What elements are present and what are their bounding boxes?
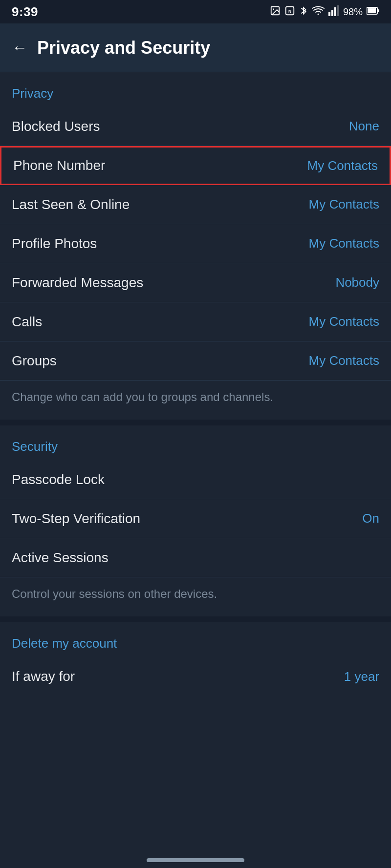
- sessions-description: Control your sessions on other devices.: [0, 577, 391, 616]
- svg-rect-6: [334, 7, 336, 16]
- privacy-section-label: Privacy: [0, 72, 391, 107]
- two-step-verification-label: Two-Step Verification: [12, 511, 140, 527]
- passcode-lock-label: Passcode Lock: [12, 472, 105, 487]
- calls-value: My Contacts: [309, 314, 380, 329]
- status-bar: 9:39 N: [0, 0, 391, 23]
- security-section: Security Passcode Lock Two-Step Verifica…: [0, 425, 391, 616]
- signal-icon: [328, 5, 339, 19]
- if-away-for-item[interactable]: If away for 1 year: [0, 657, 391, 696]
- active-sessions-item[interactable]: Active Sessions: [0, 538, 391, 577]
- last-seen-item[interactable]: Last Seen & Online My Contacts: [0, 185, 391, 224]
- svg-rect-4: [328, 12, 330, 16]
- svg-point-1: [273, 8, 274, 10]
- home-indicator: [147, 858, 244, 862]
- forwarded-messages-item[interactable]: Forwarded Messages Nobody: [0, 263, 391, 302]
- battery-percentage: 98%: [343, 6, 363, 18]
- nfc-icon: N: [284, 5, 295, 19]
- status-icons: N 98%: [270, 5, 379, 19]
- calls-label: Calls: [12, 314, 42, 330]
- privacy-section: Privacy Blocked Users None Phone Number …: [0, 72, 391, 420]
- forwarded-messages-label: Forwarded Messages: [12, 275, 143, 291]
- two-step-verification-item[interactable]: Two-Step Verification On: [0, 499, 391, 538]
- image-status-icon: [270, 5, 281, 19]
- section-gap-1: [0, 420, 391, 425]
- forwarded-messages-value: Nobody: [335, 275, 379, 290]
- phone-number-label: Phone Number: [13, 158, 105, 173]
- header: ← Privacy and Security: [0, 23, 391, 72]
- svg-rect-5: [331, 10, 333, 16]
- active-sessions-label: Active Sessions: [12, 550, 109, 566]
- profile-photos-value: My Contacts: [309, 236, 380, 251]
- groups-description: Change who can add you to groups and cha…: [0, 381, 391, 420]
- blocked-users-value: None: [349, 119, 379, 134]
- wifi-icon: [312, 5, 325, 19]
- svg-rect-10: [368, 8, 376, 13]
- svg-rect-7: [337, 5, 339, 16]
- status-time: 9:39: [12, 4, 38, 20]
- last-seen-label: Last Seen & Online: [12, 197, 130, 212]
- two-step-verification-value: On: [362, 511, 379, 526]
- groups-item[interactable]: Groups My Contacts: [0, 341, 391, 381]
- passcode-lock-item[interactable]: Passcode Lock: [0, 460, 391, 499]
- phone-number-item[interactable]: Phone Number My Contacts: [0, 146, 391, 185]
- groups-value: My Contacts: [309, 353, 380, 368]
- delete-account-label[interactable]: Delete my account: [0, 622, 391, 657]
- svg-rect-9: [377, 9, 379, 12]
- if-away-for-value: 1 year: [344, 669, 379, 684]
- calls-item[interactable]: Calls My Contacts: [0, 302, 391, 341]
- section-gap-2: [0, 616, 391, 622]
- delete-account-section: Delete my account If away for 1 year: [0, 622, 391, 696]
- phone-number-value: My Contacts: [307, 158, 378, 173]
- if-away-for-label: If away for: [12, 669, 75, 684]
- profile-photos-item[interactable]: Profile Photos My Contacts: [0, 224, 391, 263]
- back-button[interactable]: ←: [12, 39, 27, 57]
- bluetooth-icon: [299, 5, 308, 19]
- page-title: Privacy and Security: [37, 38, 210, 58]
- groups-label: Groups: [12, 353, 57, 369]
- blocked-users-label: Blocked Users: [12, 119, 100, 134]
- last-seen-value: My Contacts: [309, 197, 380, 212]
- profile-photos-label: Profile Photos: [12, 236, 97, 252]
- blocked-users-item[interactable]: Blocked Users None: [0, 107, 391, 146]
- battery-icon: [367, 6, 379, 18]
- security-section-label: Security: [0, 425, 391, 460]
- svg-text:N: N: [288, 9, 291, 13]
